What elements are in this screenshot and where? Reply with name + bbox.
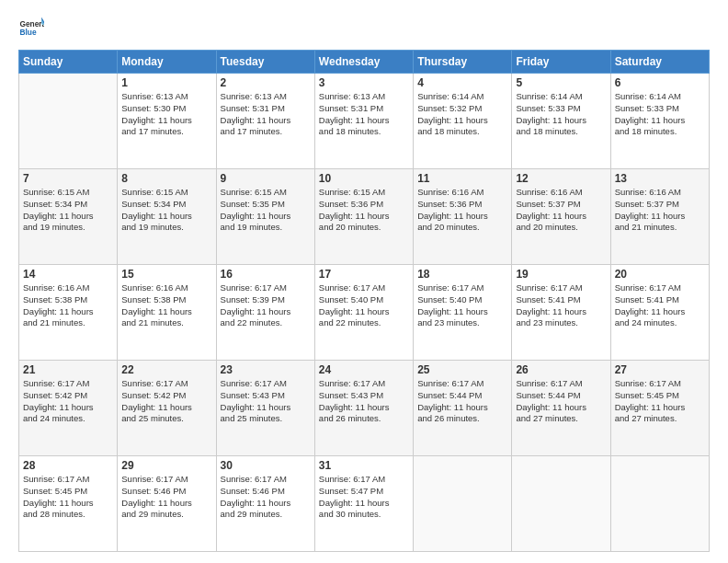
calendar-cell: 25Sunrise: 6:17 AMSunset: 5:44 PMDayligh…: [414, 361, 512, 456]
col-header-friday: Friday: [512, 51, 610, 74]
day-number: 11: [417, 172, 507, 185]
day-number: 4: [417, 76, 507, 89]
day-info: Sunrise: 6:17 AMSunset: 5:46 PMDaylight:…: [121, 474, 211, 521]
calendar-cell: 11Sunrise: 6:16 AMSunset: 5:36 PMDayligh…: [414, 169, 512, 265]
day-info: Sunrise: 6:14 AMSunset: 5:33 PMDaylight:…: [516, 91, 606, 138]
calendar-cell: 31Sunrise: 6:17 AMSunset: 5:47 PMDayligh…: [314, 456, 413, 552]
logo: General Blue: [18, 15, 44, 40]
day-info: Sunrise: 6:14 AMSunset: 5:32 PMDaylight:…: [417, 91, 507, 138]
calendar-cell: 13Sunrise: 6:16 AMSunset: 5:37 PMDayligh…: [610, 169, 709, 265]
day-info: Sunrise: 6:17 AMSunset: 5:46 PMDaylight:…: [221, 474, 311, 521]
calendar-cell: [610, 456, 709, 552]
day-number: 2: [221, 76, 311, 89]
calendar-cell: 19Sunrise: 6:17 AMSunset: 5:41 PMDayligh…: [512, 265, 610, 361]
calendar-cell: 24Sunrise: 6:17 AMSunset: 5:43 PMDayligh…: [314, 361, 413, 456]
day-number: 13: [615, 172, 705, 185]
day-number: 30: [221, 459, 311, 472]
calendar-cell: 4Sunrise: 6:14 AMSunset: 5:32 PMDaylight…: [414, 74, 512, 169]
day-info: Sunrise: 6:17 AMSunset: 5:39 PMDaylight:…: [221, 282, 311, 329]
day-info: Sunrise: 6:16 AMSunset: 5:38 PMDaylight:…: [121, 282, 211, 329]
svg-text:General: General: [19, 19, 44, 29]
day-number: 22: [121, 363, 211, 376]
calendar-cell: [414, 456, 512, 552]
col-header-tuesday: Tuesday: [216, 51, 314, 74]
day-number: 5: [516, 76, 606, 89]
day-number: 27: [615, 363, 705, 376]
day-number: 3: [319, 76, 409, 89]
day-number: 26: [516, 363, 606, 376]
calendar-cell: 1Sunrise: 6:13 AMSunset: 5:30 PMDaylight…: [118, 74, 216, 169]
day-info: Sunrise: 6:17 AMSunset: 5:47 PMDaylight:…: [319, 474, 409, 521]
day-info: Sunrise: 6:15 AMSunset: 5:35 PMDaylight:…: [221, 187, 311, 234]
day-info: Sunrise: 6:17 AMSunset: 5:44 PMDaylight:…: [516, 378, 606, 425]
day-info: Sunrise: 6:15 AMSunset: 5:36 PMDaylight:…: [319, 187, 409, 234]
day-number: 9: [221, 172, 311, 185]
col-header-monday: Monday: [118, 51, 216, 74]
day-number: 1: [121, 76, 211, 89]
day-info: Sunrise: 6:17 AMSunset: 5:44 PMDaylight:…: [417, 378, 507, 425]
day-info: Sunrise: 6:13 AMSunset: 5:31 PMDaylight:…: [319, 91, 409, 138]
day-info: Sunrise: 6:16 AMSunset: 5:37 PMDaylight:…: [615, 187, 705, 234]
col-header-saturday: Saturday: [610, 51, 709, 74]
day-info: Sunrise: 6:17 AMSunset: 5:41 PMDaylight:…: [516, 282, 606, 329]
calendar-cell: 20Sunrise: 6:17 AMSunset: 5:41 PMDayligh…: [610, 265, 709, 361]
calendar-cell: 5Sunrise: 6:14 AMSunset: 5:33 PMDaylight…: [512, 74, 610, 169]
calendar-cell: 6Sunrise: 6:14 AMSunset: 5:33 PMDaylight…: [610, 74, 709, 169]
day-number: 19: [516, 268, 606, 281]
calendar-table: SundayMondayTuesdayWednesdayThursdayFrid…: [18, 50, 710, 552]
day-number: 20: [615, 268, 705, 281]
col-header-wednesday: Wednesday: [314, 51, 413, 74]
day-number: 10: [319, 172, 409, 185]
day-info: Sunrise: 6:17 AMSunset: 5:40 PMDaylight:…: [319, 282, 409, 329]
svg-text:Blue: Blue: [19, 28, 36, 37]
day-number: 25: [417, 363, 507, 376]
day-number: 24: [319, 363, 409, 376]
week-row-1: 1Sunrise: 6:13 AMSunset: 5:30 PMDaylight…: [19, 74, 710, 169]
day-info: Sunrise: 6:16 AMSunset: 5:36 PMDaylight:…: [417, 187, 507, 234]
week-row-3: 14Sunrise: 6:16 AMSunset: 5:38 PMDayligh…: [19, 265, 710, 361]
col-header-thursday: Thursday: [414, 51, 512, 74]
calendar-cell: 16Sunrise: 6:17 AMSunset: 5:39 PMDayligh…: [216, 265, 314, 361]
calendar-cell: 8Sunrise: 6:15 AMSunset: 5:34 PMDaylight…: [118, 169, 216, 265]
calendar-cell: 17Sunrise: 6:17 AMSunset: 5:40 PMDayligh…: [314, 265, 413, 361]
day-number: 31: [319, 459, 409, 472]
calendar-cell: [19, 74, 118, 169]
day-number: 8: [121, 172, 211, 185]
day-info: Sunrise: 6:16 AMSunset: 5:37 PMDaylight:…: [516, 187, 606, 234]
day-number: 16: [221, 268, 311, 281]
col-header-sunday: Sunday: [19, 51, 118, 74]
calendar-cell: 23Sunrise: 6:17 AMSunset: 5:43 PMDayligh…: [216, 361, 314, 456]
day-info: Sunrise: 6:17 AMSunset: 5:45 PMDaylight:…: [615, 378, 705, 425]
general-blue-logo-icon: General Blue: [18, 15, 44, 40]
day-number: 18: [417, 268, 507, 281]
day-info: Sunrise: 6:17 AMSunset: 5:43 PMDaylight:…: [319, 378, 409, 425]
day-number: 28: [23, 459, 113, 472]
day-number: 12: [516, 172, 606, 185]
calendar-cell: 15Sunrise: 6:16 AMSunset: 5:38 PMDayligh…: [118, 265, 216, 361]
calendar-cell: 14Sunrise: 6:16 AMSunset: 5:38 PMDayligh…: [19, 265, 118, 361]
day-info: Sunrise: 6:17 AMSunset: 5:42 PMDaylight:…: [121, 378, 211, 425]
calendar-cell: 21Sunrise: 6:17 AMSunset: 5:42 PMDayligh…: [19, 361, 118, 456]
day-info: Sunrise: 6:17 AMSunset: 5:43 PMDaylight:…: [221, 378, 311, 425]
calendar-cell: 29Sunrise: 6:17 AMSunset: 5:46 PMDayligh…: [118, 456, 216, 552]
calendar-cell: 22Sunrise: 6:17 AMSunset: 5:42 PMDayligh…: [118, 361, 216, 456]
week-row-2: 7Sunrise: 6:15 AMSunset: 5:34 PMDaylight…: [19, 169, 710, 265]
calendar-cell: 12Sunrise: 6:16 AMSunset: 5:37 PMDayligh…: [512, 169, 610, 265]
day-info: Sunrise: 6:17 AMSunset: 5:42 PMDaylight:…: [23, 378, 113, 425]
calendar-cell: 2Sunrise: 6:13 AMSunset: 5:31 PMDaylight…: [216, 74, 314, 169]
day-info: Sunrise: 6:15 AMSunset: 5:34 PMDaylight:…: [121, 187, 211, 234]
calendar-cell: 30Sunrise: 6:17 AMSunset: 5:46 PMDayligh…: [216, 456, 314, 552]
day-info: Sunrise: 6:16 AMSunset: 5:38 PMDaylight:…: [23, 282, 113, 329]
day-number: 7: [23, 172, 113, 185]
day-info: Sunrise: 6:15 AMSunset: 5:34 PMDaylight:…: [23, 187, 113, 234]
day-info: Sunrise: 6:13 AMSunset: 5:31 PMDaylight:…: [221, 91, 311, 138]
day-info: Sunrise: 6:13 AMSunset: 5:30 PMDaylight:…: [121, 91, 211, 138]
day-number: 21: [23, 363, 113, 376]
day-number: 6: [615, 76, 705, 89]
day-number: 17: [319, 268, 409, 281]
day-info: Sunrise: 6:17 AMSunset: 5:41 PMDaylight:…: [615, 282, 705, 329]
calendar-cell: [512, 456, 610, 552]
calendar-cell: 7Sunrise: 6:15 AMSunset: 5:34 PMDaylight…: [19, 169, 118, 265]
calendar-cell: 26Sunrise: 6:17 AMSunset: 5:44 PMDayligh…: [512, 361, 610, 456]
header: General Blue: [18, 15, 710, 40]
